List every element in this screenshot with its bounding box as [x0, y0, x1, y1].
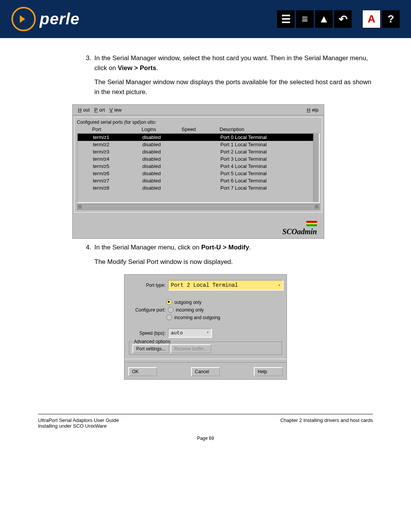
step-4: 4. In the Serial Manager menu, click on …: [38, 243, 373, 252]
port-type-combo[interactable]: Port 2 Local Terminal ▾: [168, 280, 284, 291]
cell-logins: disabled: [142, 149, 182, 155]
advanced-options-group: Advanced options: Port settings... Recei…: [129, 342, 282, 355]
cell-speed: [182, 142, 220, 147]
cell-desc: Port 4 Local Terminal: [220, 163, 319, 169]
port-settings-button[interactable]: Port settings...: [132, 344, 169, 353]
index-icon[interactable]: ≡: [296, 10, 314, 28]
radio-incoming-label: incoming only: [176, 307, 204, 313]
serial-manager-window: Host Port View Help Configured serial po…: [72, 104, 324, 239]
table-row[interactable]: term/z7disabledPort 6 Local Terminal: [78, 177, 319, 184]
document-header: perle ☰ ≡ ▲ ↶ A ?: [0, 0, 411, 38]
menubar: Host Port View Help: [73, 105, 324, 115]
cell-desc: Port 7 Local Terminal: [220, 185, 319, 191]
configure-port-group: outgoing only: [166, 299, 284, 305]
step-3: 3. In the Serial Manager window, select …: [38, 53, 373, 73]
footer-rule: [38, 414, 373, 414]
step-number: 4.: [38, 243, 94, 252]
cell-desc: Port 0 Local Terminal: [220, 134, 319, 140]
menu-help[interactable]: Help: [305, 107, 320, 113]
menu-port[interactable]: Port: [93, 107, 107, 113]
header-port: Port: [92, 126, 142, 132]
perle-logo-icon: [11, 7, 36, 31]
radio-both-label: incoming and outgoing: [174, 315, 220, 320]
cell-desc: Port 1 Local Terminal: [220, 142, 319, 147]
header-logins: Logins: [142, 126, 182, 132]
cell-speed: [182, 171, 220, 176]
cell-speed: [182, 149, 220, 155]
help-icon[interactable]: ?: [382, 10, 400, 28]
brand-logo: perle: [11, 7, 80, 31]
cell-speed: [182, 156, 220, 162]
cell-port: term/z7: [93, 178, 142, 184]
ok-button[interactable]: OK: [128, 367, 157, 376]
cell-desc: Port 5 Local Terminal: [220, 171, 319, 176]
list-caption: Configured serial ports (for spd)on otto…: [77, 120, 320, 125]
table-row[interactable]: term/z2disabledPort 1 Local Terminal: [78, 141, 319, 148]
step-4-followup: The Modify Serial Port window is now dis…: [94, 257, 373, 267]
table-row[interactable]: term/z1disabledPort 0 Local Terminal: [78, 134, 319, 141]
radio-outgoing-label: outgoing only: [174, 300, 201, 305]
toc-icon[interactable]: ☰: [277, 10, 295, 28]
step-text: In the Serial Manager window, select the…: [94, 53, 373, 73]
brand-name: perle: [40, 10, 80, 28]
page-footer: UltraPort Serial Adaptors User Guide Cha…: [0, 414, 411, 456]
cancel-button[interactable]: Cancel: [191, 367, 220, 376]
menu-view[interactable]: View: [108, 107, 123, 113]
cell-speed: [182, 163, 220, 169]
cell-logins: disabled: [142, 185, 182, 191]
table-row[interactable]: term/z8disabledPort 7 Local Terminal: [78, 184, 319, 192]
header-speed: Speed: [182, 126, 220, 132]
dropdown-icon: ▾: [207, 330, 209, 336]
font-icon[interactable]: A: [362, 10, 381, 28]
table-row[interactable]: term/z4disabledPort 3 Local Terminal: [78, 155, 319, 163]
cell-port: term/z5: [93, 163, 142, 169]
radio-incoming[interactable]: [168, 307, 174, 313]
table-row[interactable]: term/z6disabledPort 5 Local Terminal: [78, 170, 319, 177]
help-button[interactable]: Help: [254, 367, 283, 376]
cell-port: term/z1: [93, 134, 142, 140]
column-headers: Port Logins Speed Description: [77, 126, 320, 133]
table-row[interactable]: term/z3disabledPort 2 Local Terminal: [78, 148, 319, 155]
cell-logins: disabled: [142, 163, 182, 169]
ports-list[interactable]: term/z1disabledPort 0 Local Terminalterm…: [77, 133, 320, 203]
cell-logins: disabled: [142, 134, 182, 140]
step-3-followup: The Serial Manager window now displays t…: [94, 77, 373, 97]
cell-logins: disabled: [142, 178, 182, 184]
cell-port: term/z6: [93, 171, 142, 176]
cell-desc: Port 3 Local Terminal: [220, 156, 319, 162]
modify-port-dialog: Port type: Port 2 Local Terminal ▾ outgo…: [124, 274, 287, 380]
cell-port: term/z3: [93, 149, 142, 155]
footer-guide-title: UltraPort Serial Adaptors User Guide: [38, 417, 119, 423]
cell-logins: disabled: [142, 171, 182, 176]
page-number: Page 69: [38, 436, 373, 441]
up-icon[interactable]: ▲: [315, 10, 333, 28]
header-description: Description: [220, 126, 320, 132]
separator: [124, 359, 287, 363]
cell-logins: disabled: [142, 142, 182, 147]
horizontal-scrollbar[interactable]: [77, 204, 320, 210]
back-icon[interactable]: ↶: [334, 10, 352, 28]
step-number: 3.: [38, 53, 94, 73]
advanced-legend: Advanced options:: [132, 339, 173, 344]
cell-logins: disabled: [142, 156, 182, 162]
cell-port: term/z8: [93, 185, 142, 191]
radio-both[interactable]: [166, 315, 172, 320]
menu-host[interactable]: Host: [76, 107, 91, 113]
toolbar-icons: ☰ ≡ ▲ ↶ A ?: [277, 10, 400, 28]
cell-port: term/z2: [93, 142, 142, 147]
vertical-scrollbar[interactable]: [313, 134, 319, 202]
cell-speed: [182, 134, 220, 140]
radio-outgoing[interactable]: [166, 299, 172, 305]
footer-chapter: Chapter 2 Installing drivers and host ca…: [280, 417, 373, 423]
scoadmin-brand: SCOadmin: [73, 214, 324, 238]
speed-combo[interactable]: auto ▾: [168, 328, 212, 338]
step-text: In the Serial Manager menu, click on Por…: [94, 243, 373, 252]
page-content: 3. In the Serial Manager window, select …: [0, 38, 411, 406]
cell-speed: [182, 178, 220, 184]
cell-desc: Port 6 Local Terminal: [220, 178, 319, 184]
configure-port-label: Configure port:: [127, 307, 168, 313]
table-row[interactable]: term/z5disabledPort 4 Local Terminal: [78, 163, 319, 170]
dropdown-icon: ▾: [278, 283, 280, 288]
footer-section: Installing under SCO UnixWare: [38, 423, 373, 429]
speed-label: Speed (bps):: [127, 331, 168, 336]
